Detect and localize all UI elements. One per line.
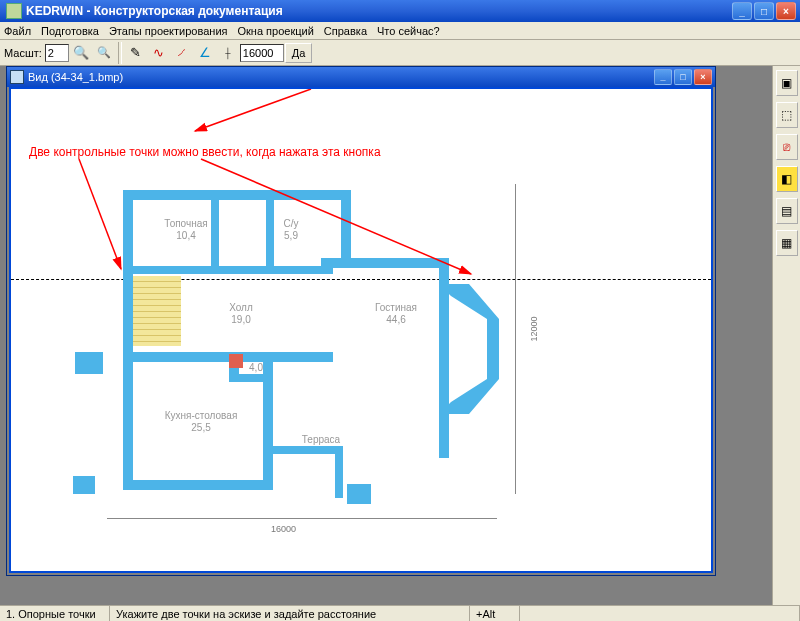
tool-pencil-button[interactable]: ✎	[125, 42, 147, 64]
mdi-workspace: Вид (34-34_1.bmp) _ □ × Две контрольные …	[0, 66, 800, 605]
view-close-button[interactable]: ×	[694, 69, 712, 85]
rtool-5[interactable]: ▤	[776, 198, 798, 224]
tool-angle-button[interactable]: ∠	[194, 42, 216, 64]
stairs	[133, 276, 181, 346]
tool-line-button[interactable]: ∿	[148, 42, 170, 64]
menu-stages[interactable]: Этапы проектирования	[109, 25, 228, 37]
floor-plan: Топочная10,4 С/у5,9 Холл19,0 Гостиная44,…	[111, 184, 541, 564]
main-titlebar: KEDRWIN - Конструкторская документация _…	[0, 0, 800, 22]
room-gostinaya: Гостиная44,6	[361, 302, 431, 326]
view-titlebar[interactable]: Вид (34-34_1.bmp) _ □ ×	[7, 67, 715, 87]
room-holl: Холл19,0	[211, 302, 271, 326]
room-small: 4,0	[241, 362, 271, 374]
minimize-button[interactable]: _	[732, 2, 752, 20]
right-toolstrip: ▣ ⬚ ⎚ ◧ ▤ ▦	[772, 66, 800, 605]
view-maximize-button[interactable]: □	[674, 69, 692, 85]
room-terrasa: Терраса	[291, 434, 351, 446]
room-kuhnya: Кухня-столовая25,5	[156, 410, 246, 434]
menu-bar: Файл Подготовка Этапы проектирования Окн…	[0, 22, 800, 40]
dim-width: 16000	[271, 524, 296, 534]
view-icon	[10, 70, 24, 84]
scale-input[interactable]	[45, 44, 69, 62]
close-button[interactable]: ×	[776, 2, 796, 20]
status-step: 1. Опорные точки	[0, 606, 110, 621]
view-minimize-button[interactable]: _	[654, 69, 672, 85]
dim-height: 12000	[529, 316, 539, 341]
view-canvas[interactable]: Две контрольные точки можно ввести, когд…	[9, 87, 713, 573]
toolbar: Масшт: 🔍 🔍 ✎ ∿ ⟋ ∠ ⟊ Да	[0, 40, 800, 66]
room-topochnaya: Топочная10,4	[156, 218, 216, 242]
ok-button[interactable]: Да	[285, 43, 313, 63]
menu-prep[interactable]: Подготовка	[41, 25, 99, 37]
rtool-3[interactable]: ⎚	[776, 134, 798, 160]
menu-file[interactable]: Файл	[4, 25, 31, 37]
menu-help[interactable]: Справка	[324, 25, 367, 37]
app-title: KEDRWIN - Конструкторская документация	[26, 4, 732, 18]
distance-input[interactable]	[240, 44, 284, 62]
rtool-2[interactable]: ⬚	[776, 102, 798, 128]
app-icon	[6, 3, 22, 19]
menu-now[interactable]: Что сейчас?	[377, 25, 440, 37]
tool-vline-button[interactable]: ⟋	[171, 42, 193, 64]
toolbar-separator	[118, 42, 122, 64]
svg-line-0	[195, 89, 311, 131]
room-su: С/у5,9	[271, 218, 311, 242]
status-hint: Укажите две точки на эскизе и задайте ра…	[110, 606, 470, 621]
menu-proj[interactable]: Окна проекций	[238, 25, 314, 37]
annotation-text: Две контрольные точки можно ввести, когд…	[29, 145, 381, 159]
zoom-in-button[interactable]: 🔍	[70, 42, 92, 64]
status-modifier: +Alt	[470, 606, 520, 621]
view-window: Вид (34-34_1.bmp) _ □ × Две контрольные …	[6, 66, 716, 576]
rtool-1[interactable]: ▣	[776, 70, 798, 96]
rtool-4[interactable]: ◧	[776, 166, 798, 192]
maximize-button[interactable]: □	[754, 2, 774, 20]
svg-marker-3	[439, 284, 499, 414]
tool-twopoint-button[interactable]: ⟊	[217, 42, 239, 64]
window-buttons: _ □ ×	[732, 2, 796, 20]
scale-label: Масшт:	[4, 47, 42, 59]
view-title: Вид (34-34_1.bmp)	[28, 71, 654, 83]
rtool-6[interactable]: ▦	[776, 230, 798, 256]
status-bar: 1. Опорные точки Укажите две точки на эс…	[0, 605, 800, 621]
zoom-out-button[interactable]: 🔍	[93, 42, 115, 64]
status-empty	[520, 606, 800, 621]
